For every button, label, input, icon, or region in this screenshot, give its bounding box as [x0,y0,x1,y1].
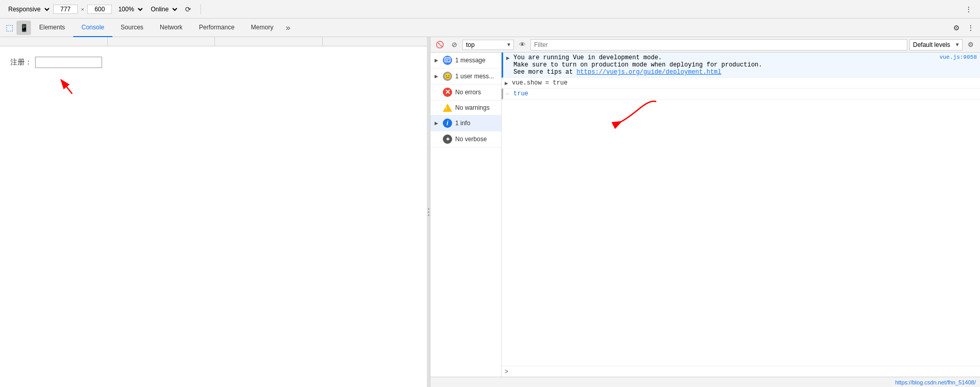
messages-badge [443,56,452,65]
msg-body-result: true [513,90,977,97]
vue-msg-line1: You are running Vue in development mode. [513,54,935,61]
register-label: 注册： [10,58,32,67]
height-input[interactable] [87,5,112,14]
sidebar-item-user-messages[interactable]: ▶ 😐 1 user mess... [430,69,501,85]
sidebar-item-messages[interactable]: ▶ 1 message [430,53,501,69]
inspect-icon-btn[interactable]: ⬚ [2,21,16,35]
viewport-bar [0,37,430,46]
console-sidebar: ▶ 1 message ▶ 😐 1 user mess... ▶ ✕ No [430,53,502,377]
responsive-select[interactable]: Responsive [4,4,51,14]
tab-network[interactable]: Network [152,19,191,37]
main-layout: 注册： 🚫 ⊘ [0,37,980,387]
verbose-badge: ✦ [443,134,452,144]
console-filter-btn[interactable]: ⊘ [448,39,460,51]
devtools-panel: 🚫 ⊘ top ▼ 👁 Default levels ▼ ⚙ [430,37,980,387]
viewport-seg-1 [0,37,108,46]
responsive-section: Responsive [4,4,51,14]
page-preview: 注册： [0,37,430,387]
console-clear-btn[interactable]: 🚫 [434,39,446,51]
sidebar-item-warnings[interactable]: ▶ ! No warnings [430,100,501,115]
sidebar-arrow-user: ▶ [435,74,440,79]
vue-show-message: ▶ vue.show = true [502,78,980,89]
verbose-label: No verbose [455,136,487,143]
tab-console[interactable]: Console [73,19,112,37]
bottom-bar: https://blog.csdn.net/fhn_51408/ [430,377,980,387]
eye-icon-btn[interactable]: 👁 [516,39,528,51]
console-input-row: > [502,366,980,377]
resize-handle[interactable] [427,37,430,387]
svg-rect-1 [445,58,450,62]
tab-more-btn[interactable]: » [281,19,294,37]
dimension-section: × [53,5,112,14]
sidebar-item-verbose[interactable]: ▶ ✦ No verbose [430,131,501,147]
network-section: Online [146,4,179,14]
console-prompt: > [505,368,508,375]
sidebar-item-info[interactable]: ▶ i 1 info [430,115,501,131]
sidebar-arrow-messages: ▶ [435,58,440,63]
vue-msg-line2: Make sure to turn on production mode whe… [513,61,935,69]
errors-badge: ✕ [443,88,452,97]
svg-line-0 [62,81,72,94]
viewport-seg-2 [108,37,215,46]
zoom-section: 100% [114,4,144,14]
viewport-seg-4 [323,37,430,46]
console-toolbar: 🚫 ⊘ top ▼ 👁 Default levels ▼ ⚙ [430,37,980,53]
width-input[interactable] [53,5,78,14]
messages-label: 1 message [455,57,486,64]
user-messages-label: 1 user mess... [455,73,494,80]
bottom-url: https://blog.csdn.net/fhn_51408/ [895,379,976,385]
user-messages-badge: 😐 [443,72,452,81]
result-arrow: ← [506,90,513,97]
vue-msg-source[interactable]: vue.js:9058 [935,54,977,60]
console-body: ▶ 1 message ▶ 😐 1 user mess... ▶ ✕ No [430,53,980,377]
msg-body-vue: You are running Vue in development mode.… [513,54,935,76]
vue-deploy-link[interactable]: https://vuejs.org/guide/deployment.html [576,69,721,76]
console-content: ▶ You are running Vue in development mod… [502,53,980,377]
console-input[interactable] [510,368,977,375]
console-settings-btn[interactable]: ⚙ [965,39,977,51]
network-select[interactable]: Online [146,4,179,14]
console-messages: ▶ You are running Vue in development mod… [502,53,980,366]
devtools-toolbar: Responsive × 100% Online ⟳ ⋮ [0,0,980,19]
vue-dev-message: ▶ You are running Vue in development mod… [502,53,980,78]
context-wrapper: top ▼ [462,40,514,50]
resize-dots [428,208,429,216]
toolbar-separator [201,4,201,14]
code-expand-arrow[interactable]: ▶ [505,79,512,87]
tab-memory[interactable]: Memory [243,19,281,37]
tab-sources[interactable]: Sources [112,19,152,37]
code-expression: vue.show = true [512,79,568,87]
device-icon-btn[interactable]: 📱 [16,21,31,35]
sidebar-arrow-info: ▶ [435,121,440,126]
vue-result-message: ← true [502,89,980,99]
levels-select[interactable]: Default levels [909,39,962,51]
more-options-btn[interactable]: ⋮ [961,2,976,16]
rotate-icon-btn[interactable]: ⟳ [181,2,195,16]
dimension-x: × [80,6,85,12]
vue-msg-line3: See more tips at https://vuejs.org/guide… [513,69,935,76]
viewport-seg-3 [215,37,323,46]
info-badge: i [443,119,452,128]
settings-icon-btn[interactable]: ⚙ [949,21,964,35]
warnings-label: No warnings [455,104,490,111]
tab-performance[interactable]: Performance [191,19,243,37]
warnings-badge: ! [443,104,452,112]
tab-elements[interactable]: Elements [31,19,73,37]
context-select[interactable]: top [462,40,514,50]
red-arrow-1 [44,65,85,107]
levels-wrapper: Default levels ▼ [909,39,962,51]
info-label: 1 info [455,120,470,127]
errors-label: No errors [455,89,481,96]
msg-expand-arrow[interactable]: ▶ [506,54,513,61]
filter-input[interactable] [530,39,907,51]
msg-body-code: vue.show = true [512,79,977,87]
result-value: true [513,90,528,97]
zoom-select[interactable]: 100% [114,4,144,14]
sidebar-item-errors[interactable]: ▶ ✕ No errors [430,85,501,100]
kebab-icon-btn[interactable]: ⋮ [964,21,978,35]
devtools-tab-bar: ⬚ 📱 Elements Console Sources Network Per… [0,19,980,37]
